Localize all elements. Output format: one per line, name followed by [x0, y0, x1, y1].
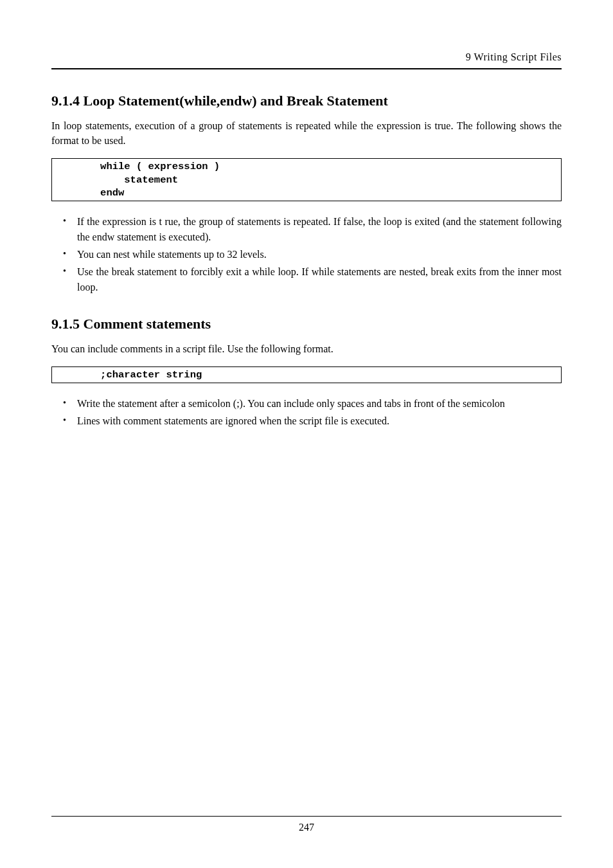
list-item: Lines with comment statements are ignore…	[63, 413, 562, 429]
code-line: endw	[58, 186, 555, 199]
list-item: Write the statement after a semicolon (;…	[63, 396, 562, 411]
code-block-comment: ;character string	[51, 366, 562, 383]
list-item: You can nest while statements up to 32 l…	[63, 247, 562, 262]
section-intro: You can include comments in a script fil…	[51, 341, 562, 356]
header-rule	[51, 68, 562, 69]
section-intro: In loop statements, execution of a group…	[51, 118, 562, 148]
list-item: Use the break statement to forcibly exit…	[63, 264, 562, 295]
page-number: 247	[51, 822, 562, 833]
list-item: If the expression is t rue, the group of…	[63, 214, 562, 245]
section-914: 9.1.4 Loop Statement(while,endw) and Bre…	[51, 93, 562, 295]
code-line: while ( expression )	[58, 160, 555, 173]
bullet-list: Write the statement after a semicolon (;…	[51, 396, 562, 429]
running-header: 9 Writing Script Files	[51, 51, 562, 63]
section-title: 9.1.4 Loop Statement(while,endw) and Bre…	[51, 93, 562, 109]
footer-rule	[51, 816, 562, 817]
section-915: 9.1.5 Comment statements You can include…	[51, 316, 562, 429]
code-line: ;character string	[58, 368, 555, 381]
bullet-list: If the expression is t rue, the group of…	[51, 214, 562, 295]
code-block-while: while ( expression ) statement endw	[51, 158, 562, 201]
section-title: 9.1.5 Comment statements	[51, 316, 562, 332]
page-root: 9 Writing Script Files 9.1.4 Loop Statem…	[0, 0, 613, 868]
page-footer: 247	[51, 816, 562, 833]
code-line: statement	[58, 174, 555, 186]
